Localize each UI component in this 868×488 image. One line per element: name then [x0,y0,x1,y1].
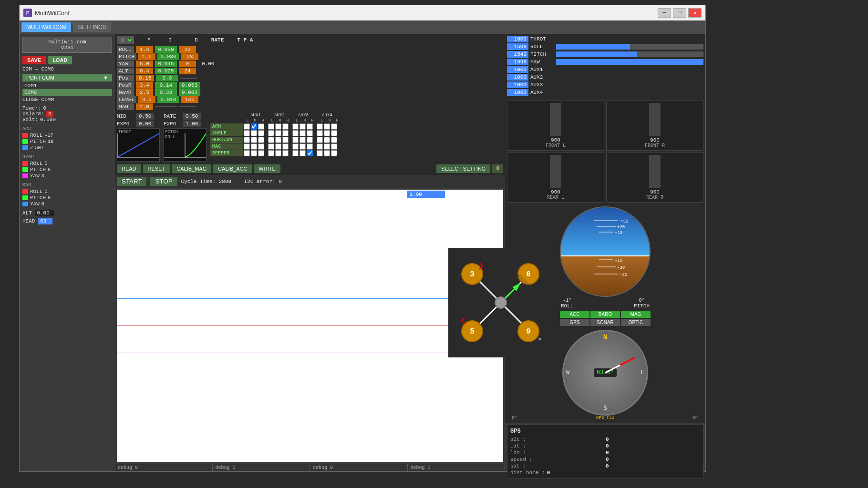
select-setting-button[interactable]: SELECT SETTING [436,164,490,173]
arm-aux1-m[interactable] [251,123,257,130]
mag-aux3-m[interactable] [300,143,306,150]
start-button[interactable]: START [117,177,146,186]
beep-aux4-l[interactable] [317,150,323,156]
mag-aux4-m[interactable] [324,143,330,150]
arm-aux1-h[interactable] [258,123,264,130]
beep-aux3-l[interactable] [292,150,299,156]
roll-label[interactable]: ROLL [561,303,573,309]
pid-pos-i: 0.0 [156,75,178,81]
angle-aux1-l[interactable] [244,130,250,136]
reset-button[interactable]: RESET [143,164,170,173]
arm-aux3-h[interactable] [307,123,313,130]
horiz-aux4-l[interactable] [317,137,323,143]
alt-val: 0.00 [35,210,54,216]
arm-aux2-l[interactable] [268,123,274,130]
sonar-sensor-btn[interactable]: SONAR [590,319,620,326]
version: V231 [27,45,108,51]
horiz-aux3-m[interactable] [300,137,306,143]
horiz-aux1-m[interactable] [251,137,257,143]
arm-aux4-m[interactable] [324,123,330,130]
horiz-aux3-l[interactable] [292,137,299,143]
pitch-label[interactable]: PITCH [634,303,650,309]
beep-aux2-l[interactable] [268,150,274,156]
mag-aux4-l[interactable] [317,143,323,150]
angle-aux3-m[interactable] [300,130,306,136]
compass-zero-right: 0° [693,416,699,421]
mag-aux1-h[interactable] [258,143,264,150]
pid-select[interactable]: 0 [117,36,134,44]
mag-aux2-l[interactable] [268,143,274,150]
angle-aux4-h[interactable] [331,130,337,136]
optic-sensor-btn[interactable]: OPTIC [621,319,651,326]
beep-aux3-h[interactable] [307,150,313,156]
mag-aux2-m[interactable] [275,143,281,150]
angle-aux4-m[interactable] [324,130,330,136]
horiz-aux2-l[interactable] [268,137,274,143]
beep-aux1-l[interactable] [244,150,250,156]
angle-aux1-h[interactable] [258,130,264,136]
calib-mag-button[interactable]: CALIB_MAG [172,164,211,173]
horiz-aux1-l[interactable] [244,137,250,143]
compass-e: E [641,369,644,376]
arm-aux4-h[interactable] [331,123,337,130]
menu-multiwii[interactable]: MULTIWII.COM [21,22,71,32]
save-button[interactable]: SAVE [22,56,46,64]
angle-aux4-l[interactable] [317,130,323,136]
stop-button[interactable]: STOP [150,177,177,186]
gps-sensor-btn[interactable]: GPS [560,319,589,326]
angle-aux2-h[interactable] [282,130,289,136]
beep-aux2-h[interactable] [282,150,289,156]
baro-sensor-btn[interactable]: BARO [590,311,620,318]
mag-sensor-btn[interactable]: MAG [621,311,651,318]
mag-aux4-h[interactable] [331,143,337,150]
load-button[interactable]: LOAD [48,56,72,64]
port-com-button[interactable]: PORT COM▼ [22,74,112,81]
mag-aux2-h[interactable] [282,143,289,150]
com8-item[interactable]: COM8 [22,89,112,96]
angle-aux3-l[interactable] [292,130,299,136]
horiz-aux1-h[interactable] [258,137,264,143]
angle-aux2-m[interactable] [275,130,281,136]
arm-aux3-l[interactable] [292,123,299,130]
arm-aux4-l[interactable] [317,123,323,130]
angle-aux2-l[interactable] [268,130,274,136]
horiz-aux4-m[interactable] [324,137,330,143]
arm-aux2-h[interactable] [282,123,289,130]
horiz-aux2-m[interactable] [275,137,281,143]
mag-aux1-m[interactable] [251,143,257,150]
arm-aux2-m[interactable] [275,123,281,130]
calib-acc-button[interactable]: CALIB_ACC [213,164,252,173]
beep-aux2-m[interactable] [275,150,281,156]
pid-pitch-row: PITCH 1.6 0.030 23 [117,53,503,60]
acc-sensor-btn[interactable]: ACC [560,311,589,318]
menu-settings[interactable]: SETTINGS [73,22,111,32]
mag-aux3-h[interactable] [307,143,313,150]
beep-aux4-m[interactable] [324,150,330,156]
beep-aux1-h[interactable] [258,150,264,156]
gyro-pitch-label: PITCH [30,167,46,173]
arm-aux1-l[interactable] [244,123,250,130]
arm-aux3-m[interactable] [300,123,306,130]
close-comm[interactable]: CLOSE COMM [22,97,112,102]
horiz-aux2-h[interactable] [282,137,289,143]
minimize-button[interactable]: ─ [658,8,671,18]
beep-aux1-m[interactable] [251,150,257,156]
com1-item[interactable]: COM1 [22,82,112,89]
beep-aux3-m[interactable] [300,150,306,156]
horiz-aux4-h[interactable] [331,137,337,143]
angle-aux1-m[interactable] [251,130,257,136]
mag-aux1-l[interactable] [244,143,250,150]
read-button[interactable]: READ [117,164,141,173]
svg-point-27 [495,297,506,308]
com-label: COM = COM8 [22,66,112,72]
angle-aux3-h[interactable] [307,130,313,136]
mag-aux3-l[interactable] [292,143,299,150]
svg-text:+20: +20 [617,225,625,230]
ch-pitch-bar [556,51,637,57]
beep-aux4-h[interactable] [331,150,337,156]
write-button[interactable]: WRITE [254,164,280,173]
close-button[interactable]: ✕ [688,8,702,18]
power-row: Power: 0 [22,105,112,111]
maximize-button[interactable]: □ [673,8,686,18]
horiz-aux3-h[interactable] [307,137,313,143]
